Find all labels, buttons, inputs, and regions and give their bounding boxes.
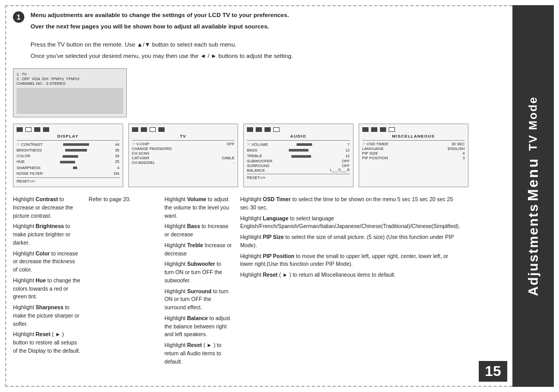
volume-row: ☞ VOLUME 7: [247, 142, 350, 147]
info-bass: Highlight Bass to Increase or decrease: [165, 222, 232, 239]
audio-icon4: [273, 127, 280, 132]
info-refer: Refer to page 20.: [89, 195, 156, 204]
sharpness-bar: [73, 165, 77, 171]
audio-screen: AUDIO ☞ VOLUME 7 BASS 12 TREBLE 12 SUBWO…: [243, 124, 354, 188]
info-color: Highlight Color to increase or decrease …: [13, 250, 80, 274]
audio-sep2: [247, 174, 350, 174]
info-row: Highlight Contrast to Increase or decrea…: [13, 195, 510, 368]
vchip-val: OFF: [227, 142, 234, 146]
info-hue: Highlight Hue to change the colors towar…: [13, 277, 80, 301]
volume-bar: [297, 142, 312, 147]
bass-row: BASS 12: [247, 147, 350, 153]
info-contrast: Highlight Contrast to Increase or decrea…: [13, 195, 80, 220]
sidebar-menu-label: Menu: [525, 157, 541, 201]
bass-bar: [289, 147, 308, 153]
step-line2: Over the next few pages you will be show…: [31, 23, 269, 29]
tv-icon2: [141, 127, 147, 132]
noise-row: NOISE FILTER DN: [17, 171, 120, 176]
hue-val: 25: [110, 159, 120, 164]
contrast-val: 44: [110, 142, 120, 147]
surround-label: SURROUND: [247, 163, 269, 168]
step-line1: Menu adjustments are available to change…: [31, 12, 289, 18]
noise-label: NOISE FILTER: [17, 171, 43, 176]
display-title: DISPLAY: [17, 134, 120, 139]
chscan-row: CH SCAN: [132, 151, 235, 156]
sep2: [17, 177, 120, 178]
misc-icon1: [362, 127, 369, 132]
sharpness-val: 4: [110, 165, 119, 171]
step-number: 1: [13, 11, 24, 23]
misc-screen-header: [362, 127, 465, 132]
contrast-row: ☞ CONTRAST 44: [17, 142, 120, 147]
audio-reset: RESET</>: [247, 175, 350, 180]
brightness-val: 35: [110, 147, 119, 153]
subwoofer-val: OFF: [342, 159, 350, 163]
osd-row: ☞ OSD TIMER 30 SEC: [362, 142, 465, 146]
pipsize-row: PIP SIZE 4: [362, 151, 465, 156]
misc-icon3: [380, 127, 386, 132]
sidebar-tv-mode-label: TV Mode: [526, 96, 540, 151]
tv-icon3: [150, 127, 156, 132]
right-sidebar: TV Mode Menu Adjustments: [512, 5, 554, 387]
surround-row: SURROUND OFF: [247, 163, 350, 168]
hue-row: HUE 25: [17, 159, 120, 164]
osd-label: ☞ OSD TIMER: [362, 142, 389, 146]
tv-title: TV: [132, 134, 235, 139]
language-row: LANGUAGE ENGLISH: [362, 146, 465, 151]
sub-instructions: Press the TV button on the remote. Use ▲…: [31, 40, 510, 61]
channel-box: 1 : TV 2 : OFF VGA DVI YPbPr1 YPbPr2 CHA…: [13, 68, 127, 117]
balance-label: BALANCE: [247, 168, 265, 173]
step-header: 1 Menu adjustments are available to chan…: [13, 10, 510, 34]
treble-val: 12: [341, 153, 350, 159]
misc-icon4: [389, 127, 395, 132]
pipsize-label: PIP SIZE: [362, 151, 378, 156]
pippos-val: 3: [463, 156, 465, 160]
volume-label: ☞ VOLUME: [247, 142, 268, 147]
ch-line2: 2 : OFF VGA DVI YPbPr1 YPbPr2: [17, 77, 123, 81]
info-brightness: Highlight Brightness to make picture bri…: [13, 222, 80, 247]
sharpness-label: SHARPNESS: [17, 165, 40, 171]
subwoofer-label: SUBWOOFER: [247, 159, 272, 163]
tv-info-col: Refer to page 20.: [89, 195, 164, 368]
password-label: CHANGE PASSWORD: [132, 146, 172, 151]
sub-line2: Once you've selected your desired menu, …: [31, 51, 468, 61]
chadd-row: CH ADD/DEL -: [132, 160, 235, 165]
catv-row: CATV/AIR CABLE: [132, 156, 235, 160]
sharpness-row: SHARPNESS 4: [17, 165, 120, 171]
hue-bar: [60, 159, 75, 164]
contrast-label: ☞ CONTRAST: [17, 142, 42, 147]
audio-sep1: [247, 140, 350, 141]
chadd-val: -: [233, 160, 235, 165]
tv-screen-header: [132, 127, 235, 132]
color-bar: [63, 153, 78, 159]
sidebar-adj-label: Adjustments: [525, 203, 541, 296]
info-osd: Highlight OSD Timer to select the time t…: [240, 195, 460, 212]
info-volume: Highlight Volume to adjust the volume to…: [165, 195, 232, 220]
display-screen-header: [17, 127, 120, 132]
brightness-bar: [65, 147, 87, 153]
step-text: Menu adjustments are available to change…: [31, 10, 289, 34]
pipsize-val: 4: [463, 151, 465, 156]
audio-info-col: Highlight Volume to adjust the volume to…: [165, 195, 240, 368]
screens-row: DISPLAY ☞ CONTRAST 44 BRIGHTNESS 35 COLO…: [13, 124, 510, 188]
vchip-label: ☞ V-CHIP: [132, 142, 150, 146]
misc-title: MISCELLANEOUS: [362, 134, 465, 139]
sep1: [17, 140, 120, 141]
osd-val: 30 SEC: [451, 142, 465, 146]
language-label: LANGUAGE: [362, 146, 384, 151]
tv-icon4: [158, 127, 165, 132]
surround-val: OFF: [342, 163, 350, 168]
audio-icon3: [264, 127, 271, 132]
chadd-label: CH ADD/DEL: [132, 160, 155, 165]
vchip-row: ☞ V-CHIP OFF: [132, 142, 235, 146]
info-reset-display: Highlight Reset ( ► ) button to restore …: [13, 330, 80, 355]
pippos-label: PIP POSITION: [362, 156, 388, 160]
tv-screen: TV ☞ V-CHIP OFF CHANGE PASSWORD CH SCAN …: [128, 124, 239, 188]
subwoofer-row: SUBWOOFER OFF: [247, 159, 350, 163]
balance-scale: L___O___R: [330, 168, 350, 173]
info-treble: Highlight Treble Increase or decrease: [165, 242, 232, 258]
info-subwoofer: Highlight Subwoofer to turn ON or turn O…: [165, 260, 232, 284]
disp-icon2: [25, 127, 32, 132]
misc-info-col: Highlight OSD Timer to select the time t…: [240, 195, 468, 368]
display-screen: DISPLAY ☞ CONTRAST 44 BRIGHTNESS 35 COLO…: [13, 124, 123, 188]
